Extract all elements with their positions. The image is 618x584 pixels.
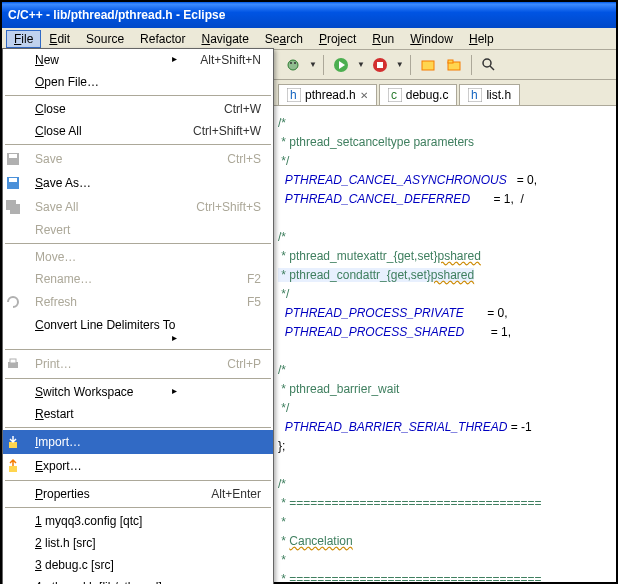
menu-source[interactable]: Source xyxy=(78,30,132,48)
menu-item-3-debug-c-src-[interactable]: 3 debug.c [src] xyxy=(3,554,273,576)
menu-shortcut: F5 xyxy=(185,290,273,314)
tab-list-h[interactable]: hlist.h xyxy=(459,84,520,105)
menu-item-save-as-[interactable]: Save As… xyxy=(3,171,273,195)
menu-item-label: Close xyxy=(27,98,185,120)
menu-item-label: 1 myqq3.config [qtc] xyxy=(27,510,185,532)
menu-shortcut: Ctrl+S xyxy=(185,147,273,171)
menu-item-revert: Revert xyxy=(3,219,273,241)
menu-item-close-all[interactable]: Close AllCtrl+Shift+W xyxy=(3,120,273,142)
svg-text:c: c xyxy=(391,88,397,102)
svg-rect-5 xyxy=(377,62,383,68)
menu-refactor[interactable]: Refactor xyxy=(132,30,193,48)
menu-shortcut xyxy=(185,510,273,532)
menu-shortcut: Alt+Shift+N xyxy=(185,49,273,71)
menu-item-import-[interactable]: Import… xyxy=(3,430,273,454)
svg-rect-20 xyxy=(9,466,17,472)
menu-run[interactable]: Run xyxy=(364,30,402,48)
menu-item-new[interactable]: New▸Alt+Shift+N xyxy=(3,49,273,71)
menu-shortcut xyxy=(185,71,273,93)
menu-shortcut xyxy=(185,314,273,347)
menu-window[interactable]: Window xyxy=(402,30,461,48)
menu-project[interactable]: Project xyxy=(311,30,364,48)
menu-item-open-file-[interactable]: Open File… xyxy=(3,71,273,93)
export-icon xyxy=(3,454,27,478)
tab-label: pthread.h xyxy=(305,88,356,102)
menu-item-label: 4 pthread.h [lib/pthread] xyxy=(27,576,185,584)
menu-navigate[interactable]: Navigate xyxy=(193,30,256,48)
svg-point-1 xyxy=(290,62,292,64)
menu-shortcut xyxy=(185,246,273,268)
search-icon[interactable] xyxy=(478,54,500,76)
svg-point-2 xyxy=(294,62,296,64)
menu-item-label: New▸ xyxy=(27,49,185,71)
menu-item-label: Save All xyxy=(27,195,185,219)
saveas-icon xyxy=(3,171,27,195)
menu-shortcut xyxy=(185,171,273,195)
refresh-icon xyxy=(3,290,27,314)
menu-item-switch-workspace[interactable]: Switch Workspace▸ xyxy=(3,381,273,403)
run-icon[interactable] xyxy=(330,54,352,76)
tab-pthread-h[interactable]: hpthread.h✕ xyxy=(278,84,377,105)
editor-area: hpthread.h✕cdebug.chlist.h /* * pthread_… xyxy=(274,80,616,584)
menu-shortcut xyxy=(185,532,273,554)
menu-item-label: Restart xyxy=(27,403,185,425)
close-icon[interactable]: ✕ xyxy=(360,90,368,101)
menu-shortcut: Alt+Enter xyxy=(185,483,273,505)
chevron-down-icon[interactable]: ▼ xyxy=(396,60,404,69)
svg-point-9 xyxy=(483,59,491,67)
svg-rect-8 xyxy=(448,60,453,63)
menu-item-label: Close All xyxy=(27,120,185,142)
external-tools-icon[interactable] xyxy=(369,54,391,76)
menu-item-label: Switch Workspace▸ xyxy=(27,381,185,403)
menu-help[interactable]: Help xyxy=(461,30,502,48)
menu-item-label: Move… xyxy=(27,246,185,268)
new-folder-icon[interactable] xyxy=(443,54,465,76)
menu-shortcut: Ctrl+Shift+S xyxy=(185,195,273,219)
menu-item-export-[interactable]: Export… xyxy=(3,454,273,478)
import-icon xyxy=(3,430,27,454)
menu-item-properties[interactable]: PropertiesAlt+Enter xyxy=(3,483,273,505)
menu-shortcut xyxy=(185,576,273,584)
menu-item-refresh: RefreshF5 xyxy=(3,290,273,314)
menu-item-save: SaveCtrl+S xyxy=(3,147,273,171)
menu-shortcut xyxy=(185,454,273,478)
tab-debug-c[interactable]: cdebug.c xyxy=(379,84,458,105)
svg-point-0 xyxy=(288,60,298,70)
debug-icon[interactable] xyxy=(282,54,304,76)
menu-item-print-: Print…Ctrl+P xyxy=(3,352,273,376)
window-title: C/C++ - lib/pthread/pthread.h - Eclipse xyxy=(8,8,225,22)
svg-text:h: h xyxy=(290,88,297,102)
svg-rect-16 xyxy=(10,204,20,214)
menu-item-label: Save As… xyxy=(27,171,185,195)
menu-file[interactable]: File xyxy=(6,30,41,48)
menu-item-restart[interactable]: Restart xyxy=(3,403,273,425)
menu-item-label: Refresh xyxy=(27,290,185,314)
c-file-icon: c xyxy=(388,88,402,102)
menu-shortcut: Ctrl+Shift+W xyxy=(185,120,273,142)
chevron-down-icon[interactable]: ▼ xyxy=(357,60,365,69)
saveall-icon xyxy=(3,195,27,219)
menu-item-4-pthread-h-lib-pthread-[interactable]: 4 pthread.h [lib/pthread] xyxy=(3,576,273,584)
h-file-icon: h xyxy=(287,88,301,102)
new-project-icon[interactable] xyxy=(417,54,439,76)
menubar: FileEditSourceRefactorNavigateSearchProj… xyxy=(2,28,616,50)
menu-item-label: Rename… xyxy=(27,268,185,290)
svg-line-10 xyxy=(490,66,494,70)
svg-rect-18 xyxy=(10,359,16,363)
svg-text:h: h xyxy=(471,88,478,102)
svg-rect-14 xyxy=(9,178,17,182)
menu-item-1-myqq3-config-qtc-[interactable]: 1 myqq3.config [qtc] xyxy=(3,510,273,532)
menu-shortcut: F2 xyxy=(185,268,273,290)
code-editor[interactable]: /* * pthread_setcanceltype parameters */… xyxy=(274,106,616,584)
menu-item-convert-line-delimiters-to[interactable]: Convert Line Delimiters To▸ xyxy=(3,314,273,347)
menu-search[interactable]: Search xyxy=(257,30,311,48)
menu-shortcut xyxy=(185,403,273,425)
chevron-down-icon[interactable]: ▼ xyxy=(309,60,317,69)
menu-item-2-list-h-src-[interactable]: 2 list.h [src] xyxy=(3,532,273,554)
menu-item-label: Convert Line Delimiters To▸ xyxy=(27,314,185,347)
menu-edit[interactable]: Edit xyxy=(41,30,78,48)
menu-shortcut: Ctrl+W xyxy=(185,98,273,120)
menu-item-label: Save xyxy=(27,147,185,171)
file-menu: New▸Alt+Shift+NOpen File…CloseCtrl+WClos… xyxy=(2,48,274,584)
menu-item-close[interactable]: CloseCtrl+W xyxy=(3,98,273,120)
